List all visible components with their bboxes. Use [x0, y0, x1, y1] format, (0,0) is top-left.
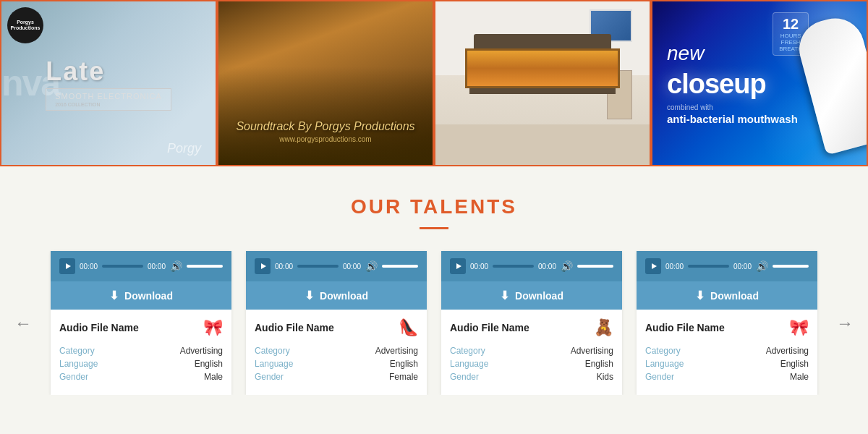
album1-signature: Porgy — [167, 141, 201, 156]
play-button-3[interactable] — [450, 258, 466, 274]
section-divider — [420, 227, 448, 229]
play-button-2[interactable] — [255, 258, 271, 274]
porgys-logo: Porgys Productions — [7, 7, 43, 43]
meta-category-1: Category Advertising — [59, 346, 223, 356]
album1-subtitle: Smooth Electronica — [55, 92, 162, 101]
play-icon-1 — [66, 263, 71, 269]
card-info-3: Audio File Name 🧸 Category Advertising L… — [441, 310, 622, 388]
talents-prev-button[interactable]: ← — [7, 306, 39, 341]
meta-category-2: Category Advertising — [255, 346, 418, 356]
volume-icon-4[interactable]: 🔊 — [756, 260, 768, 272]
play-icon-3 — [456, 263, 461, 269]
meta-gender-4: Gender Male — [645, 372, 809, 382]
download-button-1[interactable]: ⬇ Download — [51, 281, 231, 310]
time-total-4: 00:00 — [733, 263, 752, 271]
progress-bar-4[interactable] — [688, 265, 729, 268]
talent-card-1: 00:00 00:00 🔊 ⬇ Download Audio File Name… — [51, 251, 231, 395]
download-icon-3: ⬇ — [500, 289, 509, 302]
album2-text: Soundtrack By Porgys Productions www.por… — [236, 120, 414, 143]
play-icon-4 — [652, 263, 657, 269]
play-button-1[interactable] — [59, 258, 75, 274]
time-total-2: 00:00 — [343, 263, 361, 271]
card-meta-4: Category Advertising Language English Ge… — [645, 346, 809, 382]
audio-player-3: 00:00 00:00 🔊 — [441, 251, 622, 281]
play-button-4[interactable] — [645, 258, 661, 274]
progress-bar-3[interactable] — [493, 265, 534, 268]
audio-file-name-1: Audio File Name — [59, 322, 139, 333]
section-heading: OUR TALENTS — [0, 195, 868, 218]
bedroom-bed — [457, 34, 629, 132]
time-current-1: 00:00 — [80, 263, 98, 271]
album1-tagline: 2016 COLLECTION — [55, 102, 162, 107]
section-title-area: OUR TALENTS — [0, 166, 868, 251]
volume-bar-1[interactable] — [187, 265, 223, 268]
time-current-4: 00:00 — [665, 263, 684, 271]
talent-icon-1: 🎀 — [203, 318, 223, 337]
play-icon-2 — [261, 263, 266, 269]
volume-bar-4[interactable] — [773, 265, 809, 268]
download-icon-2: ⬇ — [305, 289, 314, 302]
meta-gender-3: Gender Kids — [450, 372, 613, 382]
card-meta-1: Category Advertising Language English Ge… — [59, 346, 223, 382]
gallery-item-2[interactable]: Soundtrack By Porgys Productions www.por… — [217, 0, 434, 166]
audio-player-1: 00:00 00:00 🔊 — [51, 251, 231, 281]
talent-icon-2: 👠 — [399, 318, 418, 337]
download-icon-4: ⬇ — [695, 289, 705, 302]
time-current-2: 00:00 — [275, 263, 293, 271]
meta-category-3: Category Advertising — [450, 346, 613, 356]
gallery-item-3[interactable] — [434, 0, 651, 166]
gallery: nva Porgys Productions Late Smooth Elect… — [0, 0, 868, 166]
audio-player-2: 00:00 00:00 🔊 — [246, 251, 427, 281]
audio-file-name-4: Audio File Name — [645, 322, 725, 333]
download-button-2[interactable]: ⬇ Download — [246, 281, 427, 310]
audio-file-name-2: Audio File Name — [255, 322, 334, 333]
gallery-item-4[interactable]: new closeup combined with anti-bacterial… — [651, 0, 868, 166]
album1-title: Late — [46, 56, 171, 87]
time-current-3: 00:00 — [470, 263, 488, 271]
card-info-2: Audio File Name 👠 Category Advertising L… — [246, 310, 427, 388]
meta-gender-2: Gender Female — [255, 372, 418, 382]
gallery-item-1[interactable]: nva Porgys Productions Late Smooth Elect… — [0, 0, 217, 166]
meta-gender-1: Gender Male — [59, 372, 223, 382]
talents-section: ← 00:00 00:00 🔊 ⬇ Download Audio File Na… — [0, 251, 868, 395]
download-button-3[interactable]: ⬇ Download — [441, 281, 622, 310]
card-info-4: Audio File Name 🎀 Category Advertising L… — [637, 310, 817, 388]
card-info-1: Audio File Name 🎀 Category Advertising L… — [51, 310, 231, 388]
talents-grid: 00:00 00:00 🔊 ⬇ Download Audio File Name… — [0, 251, 868, 395]
talent-icon-3: 🧸 — [594, 318, 613, 337]
download-icon-1: ⬇ — [109, 289, 119, 302]
audio-player-4: 00:00 00:00 🔊 — [637, 251, 817, 281]
audio-file-name-3: Audio File Name — [450, 322, 529, 333]
volume-icon-2[interactable]: 🔊 — [365, 260, 378, 272]
volume-bar-2[interactable] — [382, 265, 418, 268]
volume-icon-3[interactable]: 🔊 — [561, 260, 573, 272]
talent-icon-4: 🎀 — [789, 318, 809, 337]
album1-text-box: Late Smooth Electronica 2016 COLLECTION — [46, 56, 171, 111]
meta-language-1: Language English — [59, 359, 223, 369]
talent-card-2: 00:00 00:00 🔊 ⬇ Download Audio File Name… — [246, 251, 427, 395]
progress-bar-2[interactable] — [297, 265, 339, 268]
volume-bar-3[interactable] — [577, 265, 613, 268]
talents-next-button[interactable]: → — [829, 306, 861, 341]
volume-icon-1[interactable]: 🔊 — [170, 260, 182, 272]
meta-language-3: Language English — [450, 359, 613, 369]
card-meta-3: Category Advertising Language English Ge… — [450, 346, 613, 382]
meta-language-4: Language English — [645, 359, 809, 369]
meta-category-4: Category Advertising — [645, 346, 809, 356]
progress-bar-1[interactable] — [102, 265, 143, 268]
meta-language-2: Language English — [255, 359, 418, 369]
talent-card-3: 00:00 00:00 🔊 ⬇ Download Audio File Name… — [441, 251, 622, 395]
time-total-1: 00:00 — [148, 263, 166, 271]
talent-card-4: 00:00 00:00 🔊 ⬇ Download Audio File Name… — [637, 251, 817, 395]
download-button-4[interactable]: ⬇ Download — [637, 281, 817, 310]
time-total-3: 00:00 — [538, 263, 556, 271]
card-meta-2: Category Advertising Language English Ge… — [255, 346, 418, 382]
